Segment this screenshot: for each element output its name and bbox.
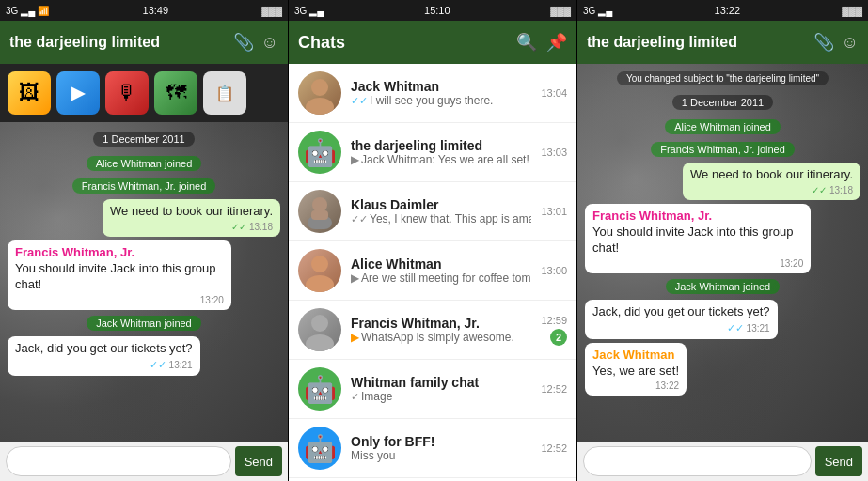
attach-icon-left[interactable]: 📎 — [233, 32, 254, 53]
chat-item-bff[interactable]: 🤖 Only for BFF! Miss you 12:52 — [289, 419, 576, 478]
gallery-button[interactable]: 🖼 — [8, 71, 51, 115]
avatar-bff: 🤖 — [298, 427, 341, 470]
emoji-icon-left[interactable]: ☺ — [261, 33, 278, 53]
msg-text: Jack, did you get our tickets yet? — [15, 341, 193, 357]
svg-rect-4 — [311, 210, 328, 220]
date-badge-right: 1 December 2011 — [672, 95, 773, 110]
signal-icon-left: ▂▄ — [21, 6, 35, 16]
incoming-msg-1: Francis Whitman, Jr. You should invite J… — [8, 240, 231, 310]
avatar-alice — [298, 249, 341, 292]
chats-top-bar: Chats 🔍 📌 — [289, 21, 576, 64]
preview-text-whitman-family: Image — [361, 390, 392, 403]
msg-text: We need to book our itinerary. — [690, 167, 853, 183]
chat-title-right: the darjeeling limited — [587, 34, 806, 51]
msg-text-jack: Yes, we are set! — [592, 364, 679, 380]
msg-time: 13:22 — [592, 380, 679, 391]
svg-point-8 — [306, 334, 334, 351]
signal-icon-center: ▂▄ — [309, 6, 324, 16]
outgoing-msg-right-1: We need to book our itinerary. ✓✓ 13:18 — [683, 163, 860, 200]
incoming-msg-right-3: Jack Whitman Yes, we are set! 13:22 — [585, 343, 687, 396]
attach-icon-right[interactable]: 📎 — [813, 32, 834, 53]
right-icons-right: ▓▓▓ — [842, 6, 862, 16]
chat-item-francis[interactable]: Francis Whitman, Jr. ▶ WhatsApp is simpl… — [289, 301, 576, 360]
tick-icon: ✓✓ — [150, 359, 166, 370]
attach-toolbar: 🖼 ▶ 🎙 🗺 📋 — [0, 64, 288, 122]
status-icons-right: 3G ▂▄ — [583, 6, 612, 16]
chat-meta-whitman-family: 12:52 — [541, 383, 567, 395]
status-icons-left: 3G ▂▄ 📶 — [6, 6, 49, 16]
battery-icon-center: ▓▓▓ — [550, 6, 571, 16]
chat-background-right: You changed subject to "the darjeeling l… — [577, 64, 868, 442]
alice-join-right: Alice Whitman joined — [665, 119, 781, 134]
right-chat-panel: 3G ▂▄ 13:22 ▓▓▓ the darjeeling limited 📎… — [577, 0, 868, 481]
chat-item-darjeeling[interactable]: 🤖 the darjeeling limited ▶ Jack Whitman:… — [289, 123, 576, 182]
map-button[interactable]: 🗺 — [154, 71, 197, 115]
emoji-icon-right[interactable]: ☺ — [842, 33, 859, 53]
msg-text: You should invite Jack into this group c… — [15, 261, 224, 293]
chat-meta-bff: 12:52 — [541, 442, 567, 454]
chat-preview-darjeeling: ▶ Jack Whitman: Yes we are all set! — [351, 153, 531, 166]
chat-time-jack: 13:04 — [541, 87, 567, 99]
status-bar-right: 3G ▂▄ 13:22 ▓▓▓ — [577, 0, 868, 21]
audio-button[interactable]: 🎙 — [105, 71, 149, 115]
message-area-left: 1 December 2011 Alice Whitman joined Fra… — [0, 122, 288, 381]
chat-name-francis: Francis Whitman, Jr. — [351, 316, 531, 331]
chat-item-alice[interactable]: Alice Whitman ▶ Are we still meeting for… — [289, 241, 576, 301]
time-left: 13:49 — [143, 5, 169, 16]
sender-name-jack: Jack Whitman — [592, 348, 679, 362]
msg-time: ✓✓ 13:21 — [592, 322, 770, 334]
send-button-left[interactable]: Send — [235, 446, 282, 476]
chat-preview-francis: ▶ WhatsApp is simply awesome. — [351, 331, 531, 344]
outgoing-msg-1: We need to book our itinerary. ✓✓ 13:18 — [103, 199, 280, 237]
search-icon-center[interactable]: 🔍 — [516, 32, 537, 53]
network-icon-center: 3G — [294, 6, 307, 16]
send-button-right[interactable]: Send — [815, 446, 862, 476]
chat-time-alice: 13:00 — [541, 265, 567, 276]
chat-preview-klaus: ✓✓ Yes, I knew that. This app is amazi..… — [351, 212, 531, 225]
preview-text-francis: WhatsApp is simply awesome. — [361, 331, 514, 344]
avatar-klaus — [298, 190, 341, 233]
chat-name-whitman-family: Whitman family chat — [351, 375, 531, 390]
francis-join-badge: Francis Whitman, Jr. joined — [72, 178, 216, 194]
left-chat-panel: 3G ▂▄ 📶 13:49 ▓▓▓ the darjeeling limited… — [0, 0, 289, 481]
chat-time-darjeeling: 13:03 — [541, 147, 567, 158]
doc-button[interactable]: 📋 — [203, 71, 246, 115]
pin-icon-center[interactable]: 📌 — [546, 32, 567, 53]
chat-preview-bff: Miss you — [351, 449, 531, 462]
svg-point-6 — [306, 275, 334, 292]
play-icon-alice: ▶ — [351, 272, 359, 285]
wifi-icon-left: 📶 — [38, 6, 49, 16]
read-tick-jack: ✓✓ — [351, 95, 368, 107]
date-badge: 1 December 2011 — [93, 132, 194, 147]
avatar-whitman-family: 🤖 — [298, 367, 341, 411]
chat-info-francis: Francis Whitman, Jr. ▶ WhatsApp is simpl… — [351, 316, 531, 344]
alice-join-badge: Alice Whitman joined — [87, 156, 202, 171]
message-input-left[interactable] — [6, 446, 231, 476]
battery-icon-left: ▓▓▓ — [261, 6, 282, 16]
center-chats-panel: 3G ▂▄ 15:10 ▓▓▓ Chats 🔍 📌 Jack Whitman — [289, 0, 577, 481]
incoming-msg-2: Jack, did you get our tickets yet? ✓✓ 13… — [8, 336, 200, 376]
video-button[interactable]: ▶ — [56, 71, 100, 115]
chat-item-whitman-family[interactable]: 🤖 Whitman family chat ✓ Image 12:52 — [289, 360, 576, 419]
chat-time-klaus: 13:01 — [541, 206, 567, 217]
chat-name-alice: Alice Whitman — [351, 256, 531, 272]
message-input-right[interactable] — [583, 446, 812, 476]
chat-item-jack[interactable]: Jack Whitman ✓✓ I will see you guys ther… — [289, 64, 576, 123]
play-icon-darjeeling: ▶ — [351, 153, 359, 166]
signal-icon-right: ▂▄ — [598, 6, 612, 16]
preview-text-bff: Miss you — [351, 449, 395, 462]
chat-info-whitman-family: Whitman family chat ✓ Image — [351, 375, 531, 403]
avatar-darjeeling: 🤖 — [298, 131, 341, 174]
francis-join-right: Francis Whitman, Jr. joined — [651, 142, 795, 157]
network-icon-left: 3G — [6, 6, 18, 16]
chat-info-alice: Alice Whitman ▶ Are we still meeting for… — [351, 256, 531, 285]
right-icons-center: ▓▓▓ — [550, 6, 571, 16]
svg-point-0 — [311, 79, 328, 96]
svg-point-5 — [311, 256, 328, 272]
input-bar-right: Send — [577, 442, 868, 481]
msg-time: ✓✓ 13:18 — [110, 222, 273, 232]
time-right: 13:22 — [715, 5, 741, 16]
chat-name-klaus: Klaus Daimler — [351, 197, 531, 212]
top-bar-left: the darjeeling limited 📎 ☺ — [0, 21, 288, 64]
chat-item-klaus[interactable]: Klaus Daimler ✓✓ Yes, I knew that. This … — [289, 182, 576, 241]
